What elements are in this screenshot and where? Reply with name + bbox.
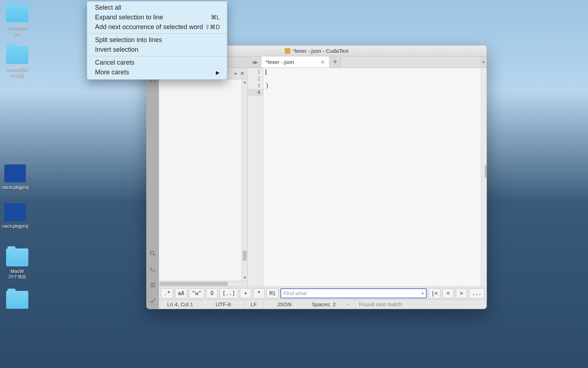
list-icon[interactable]: [147, 277, 159, 293]
status-extra[interactable]: -: [342, 300, 355, 309]
menu-item[interactable]: Cancel carets: [87, 58, 227, 67]
menu-separator: [87, 56, 227, 56]
desktop-icon[interactable]: nacw.pkgproj: [1, 164, 29, 190]
search-icon[interactable]: [147, 246, 159, 261]
find-nav-button[interactable]: <: [442, 288, 454, 298]
folder-icon: [6, 4, 28, 22]
tab-close-icon[interactable]: ✕: [321, 59, 325, 65]
desktop-icon[interactable]: nacv.pkgproj: [1, 203, 29, 229]
status-lexer[interactable]: JSON: [263, 300, 306, 309]
desktop-icon-label: MacW: [3, 269, 32, 274]
find-nav-button[interactable]: ...: [469, 288, 484, 298]
menu-item[interactable]: More carets▶: [87, 67, 227, 77]
find-bar: .*aA"w"O[..]+*Hi ▾ |<<>...: [159, 287, 487, 299]
check-icon[interactable]: [147, 293, 159, 309]
editor-window: *lexer -.json - CudaText ◂▸: [146, 45, 487, 309]
desktop-icon[interactable]: MacW25个项目: [3, 248, 32, 280]
tab-add-button[interactable]: +: [329, 56, 341, 67]
minimap-indicator[interactable]: [485, 165, 487, 178]
menu-item[interactable]: Select all: [87, 3, 227, 13]
desktop-icon-label: nacv.pkgproj: [1, 223, 29, 229]
find-history-dropdown-icon[interactable]: ▾: [422, 291, 424, 296]
tab-overflow-icon[interactable]: ▾: [480, 56, 487, 67]
menu-item-label: Invert selection: [95, 46, 138, 53]
status-bar: Ln 4, Col 1 UTF-8 LF JSON Spaces: 2 - Fo…: [159, 299, 487, 309]
selection-context-menu: Select allExpand selection to line⌘LAdd …: [87, 1, 227, 80]
find-option-button[interactable]: aA: [175, 288, 187, 298]
text-content[interactable]: }: [264, 68, 481, 287]
document-icon: [4, 164, 26, 182]
file-tab[interactable]: *lexer -.json ✕: [261, 56, 329, 67]
find-input-wrapper[interactable]: ▾: [280, 288, 426, 298]
status-encoding[interactable]: UTF-8: [202, 300, 245, 309]
panel-vscrollbar[interactable]: ▴ ▾: [242, 79, 247, 281]
find-option-button[interactable]: .*: [161, 288, 173, 298]
code-line[interactable]: }: [266, 82, 479, 89]
desktop-icon-label: macv壁纸: [3, 24, 32, 31]
code-line[interactable]: [266, 69, 479, 75]
line-number[interactable]: 4: [248, 89, 263, 96]
menu-item-label: Add next occurrence of selected word: [95, 23, 203, 31]
desktop-icon[interactable]: macv壁纸1项: [3, 4, 32, 37]
line-gutter[interactable]: 1234: [248, 68, 264, 287]
desktop-icon[interactable]: [3, 291, 32, 311]
menu-item-shortcut: ⇧⌘D: [205, 24, 220, 31]
find-option-button[interactable]: Hi: [266, 288, 279, 298]
editor-area[interactable]: 1234 }: [248, 68, 487, 287]
panel-dropdown-icon[interactable]: ▾: [234, 71, 237, 76]
app-icon: [285, 48, 290, 54]
menu-item-label: Split selection into lines: [95, 36, 162, 44]
find-option-button[interactable]: O: [206, 288, 218, 298]
find-input[interactable]: [283, 290, 421, 296]
find-nav-button[interactable]: >: [456, 288, 467, 298]
panel-hscrollbar[interactable]: [159, 281, 247, 287]
menu-item-label: More carets: [95, 69, 129, 76]
folder-icon: [6, 46, 28, 64]
find-option-button[interactable]: "w": [189, 288, 204, 298]
desktop-icon-sublabel: 4个项目: [3, 73, 32, 79]
status-message: Found next match: [355, 300, 487, 309]
menu-item[interactable]: Add next occurrence of selected word⇧⌘D: [87, 22, 227, 32]
desktop-icon-sublabel: 25个项目: [3, 274, 32, 280]
tab-nav-arrows[interactable]: ◂▸: [248, 56, 261, 67]
menu-separator: [87, 33, 227, 34]
desktop-icon-label: macw壁纸: [3, 66, 32, 73]
editor-vscrollbar[interactable]: [481, 68, 487, 287]
desktop-icon-label: nacw.pkgproj: [1, 185, 29, 190]
svg-point-0: [150, 251, 154, 255]
text-caret: [266, 69, 266, 75]
folder-icon: [6, 291, 28, 309]
line-number[interactable]: 1: [248, 69, 263, 75]
menu-item[interactable]: Split selection into lines: [87, 35, 227, 45]
submenu-arrow-icon: ▶: [216, 70, 220, 75]
line-number[interactable]: 2: [248, 75, 263, 82]
menu-item-shortcut: ⌘L: [211, 14, 220, 21]
code-tree-panel: ▾ ✕ ▴ ▾: [159, 68, 248, 287]
panel-close-icon[interactable]: ✕: [238, 70, 246, 77]
code-line[interactable]: [266, 75, 479, 82]
line-number[interactable]: 3: [248, 82, 263, 89]
desktop-icon[interactable]: macw壁纸4个项目: [3, 46, 32, 79]
menu-item[interactable]: Invert selection: [87, 45, 227, 55]
editor-sidebar: [147, 56, 159, 309]
desktop-icon-sublabel: 1项: [3, 31, 32, 37]
status-position[interactable]: Ln 4, Col 1: [159, 300, 202, 309]
tab-label: *lexer -.json: [266, 59, 294, 65]
window-title: *lexer -.json - CudaText: [293, 48, 349, 54]
console-icon[interactable]: [147, 261, 159, 277]
find-option-button[interactable]: +: [240, 288, 251, 298]
find-option-button[interactable]: *: [253, 288, 265, 298]
find-nav-button[interactable]: |<: [428, 288, 441, 298]
menu-item[interactable]: Expand selection to line⌘L: [87, 13, 227, 22]
menu-item-label: Select all: [95, 4, 121, 11]
menu-item-label: Cancel carets: [95, 59, 134, 66]
find-option-button[interactable]: [..]: [219, 288, 238, 298]
code-line[interactable]: [266, 89, 479, 96]
svg-line-1: [153, 255, 155, 256]
folder-icon: [6, 248, 28, 266]
menu-item-label: Expand selection to line: [95, 14, 163, 21]
document-icon: [4, 203, 26, 221]
status-indent[interactable]: Spaces: 2: [306, 300, 342, 309]
status-lineend[interactable]: LF: [245, 300, 263, 309]
